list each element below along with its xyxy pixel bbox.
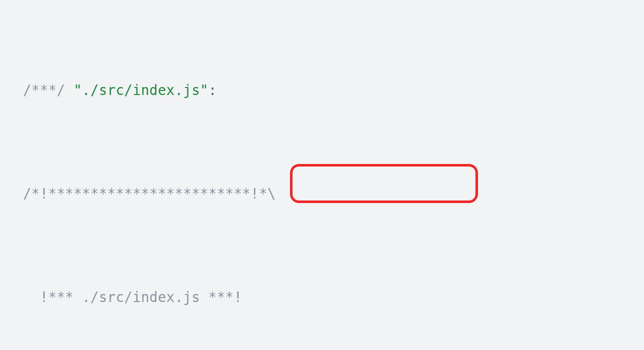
comment-token: /*!************************!*\ — [23, 186, 276, 202]
string-token: "./src/index.js" — [65, 82, 208, 98]
code-line: /*!************************!*\ — [0, 181, 644, 207]
comment-token: /***/ — [23, 82, 65, 98]
code-line: /***/ "./src/index.js": — [0, 78, 644, 104]
comment-token: !*** ./src/index.js ***! — [23, 289, 242, 305]
code-line: !*** ./src/index.js ***! — [0, 284, 644, 310]
code-editor: /***/ "./src/index.js": /*!*************… — [0, 0, 644, 350]
punct-token: : — [208, 82, 217, 98]
